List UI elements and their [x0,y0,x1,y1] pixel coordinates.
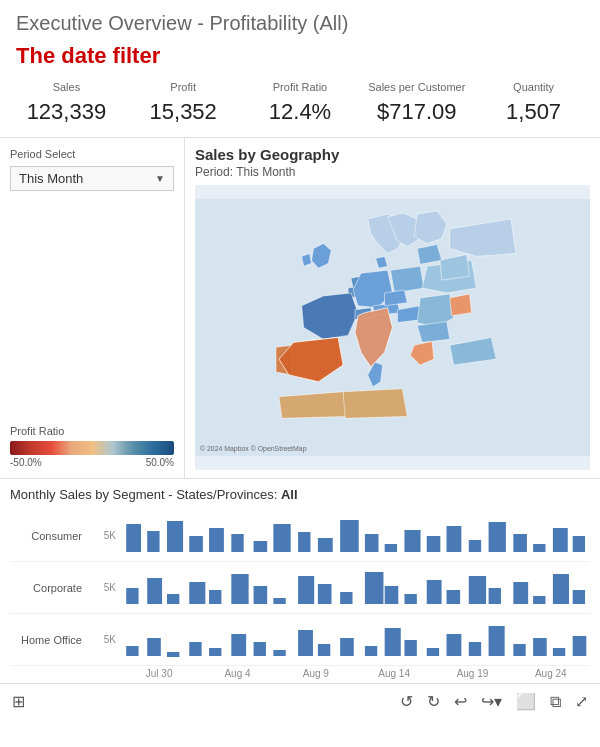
svg-rect-10 [298,532,310,552]
svg-rect-23 [573,536,585,552]
undo-icon[interactable]: ↺ [400,692,413,711]
svg-rect-19 [489,522,506,552]
svg-rect-11 [318,538,333,552]
svg-rect-24 [126,588,138,604]
svg-rect-30 [254,586,268,604]
profit-min-label: -50.0% [10,457,42,468]
svg-rect-22 [553,528,568,552]
chart-title: Monthly Sales by Segment - States/Provin… [10,487,590,502]
kpi-profit-label: Profit [170,81,196,93]
bar-label-home-office: Home Office [10,634,90,646]
profit-ratio-legend: Profit Ratio -50.0% 50.0% [10,413,174,468]
kpi-qty-label: Quantity [513,81,554,93]
dropdown-arrow-icon: ▼ [155,173,165,184]
svg-rect-49 [189,642,201,656]
svg-rect-29 [231,574,248,604]
x-label-2: Aug 9 [277,668,355,679]
svg-rect-42 [513,582,528,604]
svg-rect-13 [365,534,379,552]
kpi-quantity: Quantity 1,507 [475,81,592,125]
svg-rect-67 [573,636,587,656]
profit-gradient-bar [10,441,174,455]
x-label-4: Aug 19 [433,668,511,679]
grid-icon[interactable]: ⊞ [12,692,25,711]
svg-rect-56 [340,638,354,656]
svg-rect-45 [573,590,585,604]
svg-rect-66 [553,648,565,656]
profit-max-label: 50.0% [146,457,174,468]
x-label-3: Aug 14 [355,668,433,679]
svg-rect-55 [318,644,330,656]
copy-icon[interactable]: ⧉ [550,693,561,711]
svg-rect-12 [340,520,359,552]
bar-scale-corporate: 5K [90,582,120,593]
chart-highlight: All [281,487,298,502]
svg-rect-26 [167,594,179,604]
period-select-dropdown[interactable]: This Month ▼ [10,166,174,191]
share-icon[interactable]: ⤢ [575,692,588,711]
toolbar-left: ⊞ [12,692,25,711]
bar-scale-consumer: 5K [90,530,120,541]
bar-scale-home-office: 5K [90,634,120,645]
map-svg: © 2024 Mapbox © OpenStreetMap [195,185,590,470]
svg-rect-57 [365,646,377,656]
period-select-label: Period Select [10,148,174,160]
kpi-profit: Profit 15,352 [125,81,242,125]
x-label-5: Aug 24 [512,668,590,679]
svg-rect-6 [209,528,224,552]
svg-rect-52 [254,642,266,656]
svg-rect-39 [447,590,461,604]
bar-chart: Consumer 5K [10,510,590,666]
x-label-1: Aug 4 [198,668,276,679]
page-title: Executive Overview - Profitability (All) [0,0,600,39]
svg-text:© 2024 Mapbox  © OpenStreetMap: © 2024 Mapbox © OpenStreetMap [200,445,307,453]
svg-rect-28 [209,590,221,604]
undo2-icon[interactable]: ↩ [454,692,467,711]
bar-row-home-office: Home Office 5K [10,614,590,666]
kpi-profit-value: 15,352 [150,99,217,125]
map-container[interactable]: © 2024 Mapbox © OpenStreetMap [195,185,590,470]
redo2-dropdown-icon[interactable]: ↪▾ [481,692,502,711]
svg-rect-25 [147,578,162,604]
subtitle: (All) [313,12,349,34]
period-select-value: This Month [19,171,155,186]
svg-rect-8 [254,541,268,552]
svg-rect-27 [189,582,205,604]
svg-rect-33 [318,584,332,604]
bar-label-consumer: Consumer [10,530,90,542]
profit-legend-title: Profit Ratio [10,425,174,437]
kpi-spc-label: Sales per Customer [368,81,465,93]
svg-rect-9 [273,524,290,552]
svg-rect-36 [385,586,399,604]
kpi-sales-value: 123,339 [27,99,107,125]
kpi-profit-ratio-label: Profit Ratio [273,81,327,93]
svg-rect-50 [209,648,221,656]
svg-rect-47 [147,638,161,656]
bar-bars-consumer [120,510,590,561]
svg-rect-21 [533,544,545,552]
svg-rect-2 [126,524,141,552]
svg-rect-63 [489,626,505,656]
bar-bars-corporate [120,562,590,613]
bar-row-corporate: Corporate 5K [10,562,590,614]
redo-icon[interactable]: ↻ [427,692,440,711]
bar-row-consumer: Consumer 5K [10,510,590,562]
svg-rect-53 [273,650,285,656]
map-period: Period: This Month [195,165,590,179]
kpi-profit-ratio-value: 12.4% [269,99,331,125]
svg-rect-43 [533,596,545,604]
svg-rect-3 [147,531,159,552]
kpi-sales: Sales 123,339 [8,81,125,125]
svg-rect-5 [189,536,203,552]
svg-rect-35 [365,572,384,604]
toolbar: ⊞ ↺ ↻ ↩ ↪▾ ⬜ ⧉ ⤢ [0,683,600,719]
monitor-icon[interactable]: ⬜ [516,692,536,711]
svg-rect-14 [385,544,397,552]
svg-rect-20 [513,534,527,552]
svg-rect-48 [167,652,179,657]
svg-rect-54 [298,630,313,656]
chart-section: Monthly Sales by Segment - States/Provin… [0,478,600,683]
kpi-qty-value: 1,507 [506,99,561,125]
svg-rect-62 [469,642,481,656]
left-panel: Period Select This Month ▼ Profit Ratio … [0,138,185,478]
